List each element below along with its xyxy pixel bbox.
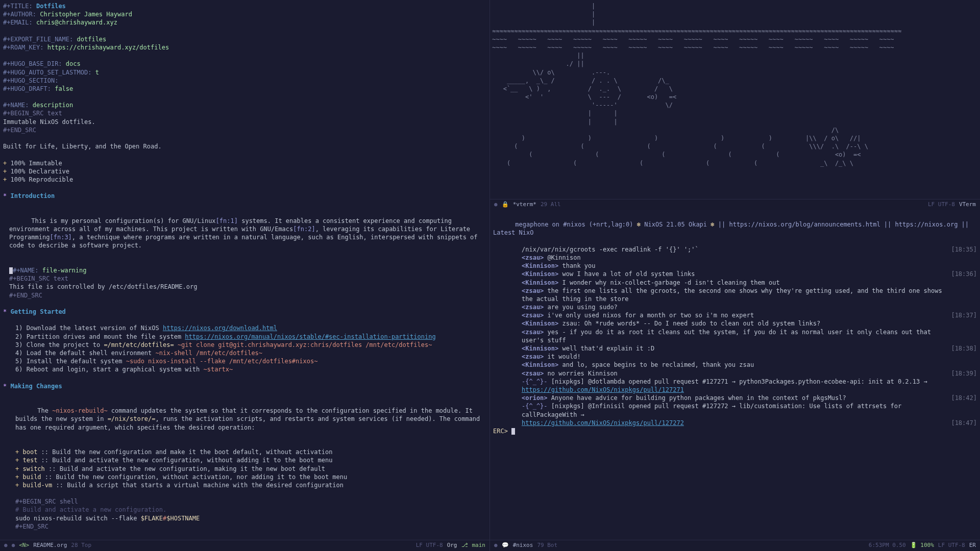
kw-hugo-last: #+HUGO_AUTO_SET_LASTMOD: <box>3 69 91 76</box>
heading-star-icon: * <box>3 308 7 315</box>
chat-nick[interactable]: <zsau> <box>522 370 548 377</box>
chat-nick[interactable]: <zsau> <box>522 304 548 311</box>
chat-row: -{^_^}- [nixpkgs] @dotlambda opened pull… <box>493 378 977 386</box>
chat-row: https://github.com/NixOS/nixpkgs/pull/12… <box>493 386 977 394</box>
disk-indicator-icon: ● <box>494 201 498 209</box>
kw-title: #+TITLE: <box>3 3 33 10</box>
chat-row: /nix/var/nix/gcroots -exec readlink -f '… <box>493 245 977 254</box>
chat-nick[interactable]: <Kinnison> <box>522 320 562 327</box>
doc-email: chris@chrishayward.xyz <box>36 19 117 26</box>
doc-title: Dotfiles <box>36 3 66 10</box>
begin-src-shell: #+BEGIN_SRC shell <box>15 498 78 505</box>
nix-logo-icon: ❄ <box>637 221 641 228</box>
buffer-name[interactable]: #nixos <box>513 542 533 549</box>
bullet-icon: + <box>3 168 7 175</box>
chat-nick[interactable]: <zsau> <box>522 312 548 319</box>
chat-message: well that'd explain it :D <box>562 345 654 352</box>
footnote-3[interactable]: [fn:3] <box>50 234 71 241</box>
buffer-position: 79 Bot <box>537 542 557 549</box>
kw-hugo-sect: #+HUGO_SECTION: <box>3 77 58 84</box>
chat-nick[interactable]: -{^_^}- <box>522 403 551 410</box>
chat-message: i've only used nixos for a month or two … <box>548 312 754 319</box>
footnote-2[interactable]: [fn:2] <box>293 226 315 233</box>
chat-row: <zsau> no worries Kinnison[18:39] <box>493 369 977 378</box>
major-mode[interactable]: VTerm <box>959 201 976 209</box>
tagline: Built for Life, Liberty, and the Open Ro… <box>3 142 486 151</box>
chat-nick[interactable]: <zsau> <box>522 353 548 360</box>
kw-hugo-draft: #+HUGO_DRAFT: <box>3 85 51 92</box>
chat-nick[interactable]: <zsau> <box>522 329 548 336</box>
chat-nick[interactable]: <zsau> <box>522 254 548 261</box>
chat-link[interactable]: https://github.com/NixOS/nixpkgs/pull/12… <box>522 386 684 393</box>
battery-icon: 🔋 100% <box>910 542 934 549</box>
modified-indicator-icon: ● <box>12 542 15 549</box>
clock: 6:53PM 0.50 <box>869 542 906 549</box>
kw-name-desc: #+NAME: <box>3 102 29 109</box>
kw-email: #+EMAIL: <box>3 19 33 26</box>
buffer-position: 28 Top <box>71 542 91 549</box>
chat-row: <zsau> are you using sudo? <box>493 303 977 311</box>
chat-nick[interactable]: <orion> <box>522 394 551 402</box>
chat-row: <Kinnison> wow I have a lot of old syste… <box>493 270 977 278</box>
erc-buffer[interactable]: megaphone on #nixos (+nrt,lag:0) ❄ NixOS… <box>490 210 980 540</box>
footnote-1[interactable]: [fn:1] <box>216 217 238 224</box>
chat-message: no worries Kinnison <box>548 370 618 377</box>
chat-message: and lo, space begins to be reclaimed, th… <box>562 361 754 368</box>
chat-row: <Kinnison> I wonder why nix-collect-garb… <box>493 279 977 287</box>
erc-modeline[interactable]: ● 💬 #nixos 79 Bot 6:53PM 0.50 🔋 100% LF … <box>490 540 980 551</box>
chat-nick[interactable]: <Kinnison> <box>522 345 562 352</box>
chat-row: <Kinnison> well that'd explain it :D[18:… <box>493 344 977 353</box>
disk-indicator-icon: ● <box>4 542 8 549</box>
left-pane: #+TITLE: Dotfiles #+AUTHOR: Christopher … <box>0 0 490 551</box>
vterm-modeline[interactable]: ● 🔒 *vterm* 29 All LF UTF-8 VTerm <box>490 199 980 210</box>
chat-row: <orion> Anyone have advice for building … <box>493 394 977 402</box>
chat-nick[interactable]: -{^_^}- <box>522 378 551 385</box>
description-text: Immutable NixOS dotfiles. <box>3 118 486 126</box>
bullet-icon: + <box>15 465 19 472</box>
bullet-icon: + <box>3 176 7 183</box>
doc-author: Christopher James Hayward <box>40 11 132 18</box>
op-desc: Build and activate the new configuration… <box>60 465 325 472</box>
chat-nick[interactable]: <Kinnison> <box>522 270 562 278</box>
bullet-icon: + <box>15 457 19 464</box>
major-mode[interactable]: ER <box>969 542 976 549</box>
chat-row: <zsau> i've only used nixos for a month … <box>493 311 977 319</box>
chat-nick[interactable]: <Kinnison> <box>522 262 562 269</box>
vterm-buffer[interactable]: | | | ≈≈≈≈≈≈≈≈≈≈≈≈≈≈≈≈≈≈≈≈≈≈≈≈≈≈≈≈≈≈≈≈≈≈… <box>490 0 980 199</box>
op-name: test <box>22 457 37 464</box>
nix-logo-icon: ❄ <box>710 221 714 228</box>
chat-message: [nixpkgs] @dotlambda opened pull request… <box>551 378 927 385</box>
heading-getting-started[interactable]: Getting Started <box>10 308 65 315</box>
chat-nick[interactable]: <Kinnison> <box>522 279 562 286</box>
buffer-name[interactable]: *vterm* <box>513 201 536 209</box>
chat-nick[interactable]: <zsau> <box>522 287 548 294</box>
chat-row: <zsau> the first one lists all the gcroo… <box>493 287 977 303</box>
org-buffer[interactable]: #+TITLE: Dotfiles #+AUTHOR: Christopher … <box>0 0 489 540</box>
chat-link[interactable]: https://github.com/NixOS/nixpkgs/pull/12… <box>522 419 684 427</box>
link-nixos-download[interactable]: https://nixos.org/download.html <box>163 324 277 332</box>
kw-author: #+AUTHOR: <box>3 11 36 18</box>
op-name: build-vm <box>22 482 52 489</box>
chat-message: Anyone have advice for building python p… <box>551 394 846 402</box>
heading-making-changes[interactable]: Making Changes <box>10 383 62 390</box>
link-nixos-partitioning[interactable]: https://nixos.org/manual/nixos/stable/#s… <box>185 333 435 340</box>
making-changes-paragraph: The ~nixos-rebuild~ command updates the … <box>3 398 486 440</box>
chat-row: <zsau> @Kinnison <box>493 254 977 262</box>
point-cursor <box>9 267 13 274</box>
erc-prompt: ERC> <box>493 428 508 435</box>
evil-state-indicator: <N> <box>19 542 29 549</box>
erc-input-cursor[interactable] <box>511 428 515 435</box>
file-warning-text: This file is controlled by /etc/dotfiles… <box>3 283 486 291</box>
heading-star-icon: * <box>3 192 7 199</box>
erc-topic: megaphone on #nixos (+nrt,lag:0) ❄ NixOS… <box>493 212 977 245</box>
erc-prompt-line[interactable]: ERC> <box>493 427 977 435</box>
op-desc: Build a script that starts a virtual mac… <box>67 482 344 489</box>
chat-row: <zsau> yes - if you do it as root it cle… <box>493 328 977 344</box>
git-branch[interactable]: main <box>472 542 486 549</box>
heading-introduction[interactable]: Introduction <box>10 192 55 199</box>
buffer-name[interactable]: README.org <box>33 542 67 549</box>
chat-nick[interactable]: <Kinnison> <box>522 361 562 368</box>
chat-message: [nixpkgs] @Infinisil opened pull request… <box>522 403 905 418</box>
major-mode[interactable]: Org <box>447 542 457 549</box>
left-modeline[interactable]: ● ● <N> README.org 28 Top LF UTF-8 Org ⎇… <box>0 540 489 551</box>
